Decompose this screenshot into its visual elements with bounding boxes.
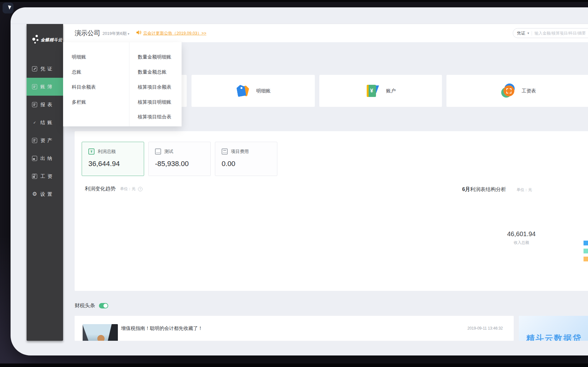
trend-chart-unit: 单位：元: [120, 186, 135, 192]
structure-chart-unit: 单位：元: [517, 187, 532, 193]
sidebar-item-ledger[interactable]: 账簿: [27, 78, 63, 96]
wallet-yuan-icon: ¥: [366, 84, 380, 98]
structure-chart-title: 6月利润表结构分析: [462, 186, 506, 193]
stat-card-project-expense[interactable]: 项目费用 0.00: [215, 142, 277, 176]
sidebar-item-salary[interactable]: 工资: [27, 167, 63, 185]
sidebar-item-report[interactable]: 报表: [27, 96, 63, 114]
legend-swatch-blue: [584, 241, 588, 245]
stat-value: 36,644.94: [88, 160, 120, 168]
donut-center-label: 收入总额: [489, 240, 553, 245]
app-window: 演示公司 2019年第6期 ▾ 云会计更新公告（2019.09.03）>> 凭证…: [11, 7, 588, 355]
company-name[interactable]: 演示公司: [75, 29, 100, 37]
screen: 演示公司 2019年第6期 ▾ 云会计更新公告（2019.09.03）>> 凭证…: [0, 0, 588, 367]
search-input[interactable]: [535, 31, 588, 36]
promo-banner[interactable]: 精斗云数据贷: [519, 316, 588, 341]
menu-item-qty-amount-detail[interactable]: 数量金额明细账: [138, 52, 171, 61]
sidebar-item-closing[interactable]: ✓ 结账: [27, 114, 63, 132]
search-category[interactable]: 凭证: [517, 30, 525, 36]
global-search[interactable]: 凭证 ▼: [513, 28, 588, 38]
analytics-panel: ¥ 利润总额 36,644.94 测试 -85,938.00 项目费用 0.00: [75, 131, 588, 291]
menu-item-detail-ledger[interactable]: 明细账: [72, 52, 86, 61]
chevron-down-icon: ▾: [128, 32, 129, 36]
stat-card-total-profit[interactable]: ¥ 利润总额 36,644.94: [82, 142, 144, 176]
top-black-strip: [0, 0, 588, 2]
logo-text: 金蝶精斗云: [41, 37, 62, 43]
menu-item-project-balance[interactable]: 核算项目余额表: [138, 83, 171, 92]
stat-card-test[interactable]: 测试 -85,938.00: [148, 142, 211, 176]
sidebar-item-voucher[interactable]: 凭证: [27, 60, 63, 78]
menu-item-qty-amount-general[interactable]: 数量金额总账: [138, 68, 167, 76]
news-panel[interactable]: 增值税指南！聪明的会计都先收藏了！ 2019-09-11 13:46:32: [75, 316, 514, 341]
salary-icon: [32, 174, 37, 179]
document-icon: [222, 148, 228, 155]
legend-swatch-orange: [584, 257, 588, 261]
ledger-dropdown-menu: 明细账 总账 科目余额表 多栏账 数量金额明细账 数量金额总账 核算项目余额表 …: [63, 42, 182, 126]
period-selector[interactable]: 2019年第6期 ▾: [102, 31, 129, 36]
news-item-time: 2019-09-11 13:46:32: [467, 326, 503, 331]
news-section-title: 财税头条: [75, 302, 95, 309]
news-thumbnail-image: [83, 324, 118, 341]
quick-card-salary-sheet[interactable]: 工资表: [446, 75, 588, 107]
announcement-link[interactable]: 云会计更新公告（2019.09.03）>>: [143, 30, 206, 36]
toggle-knob: [103, 304, 108, 308]
asset-icon: [32, 138, 37, 143]
profit-yuan-icon: ¥: [88, 148, 94, 155]
divider: [532, 31, 532, 36]
sidebar-item-asset[interactable]: 资产: [27, 132, 63, 149]
help-icon[interactable]: ?: [138, 187, 143, 191]
header-bar: 演示公司 2019年第6期 ▾ 云会计更新公告（2019.09.03）>> 凭证…: [63, 24, 588, 42]
report-icon: [32, 102, 37, 107]
voucher-icon: [32, 66, 37, 71]
quick-card-accounts[interactable]: ¥ 账户: [319, 75, 442, 107]
cashier-icon: [32, 156, 37, 161]
sidebar: 金蝶精斗云 凭证 账簿 报表 ✓ 结账 资产: [27, 24, 63, 341]
news-toggle[interactable]: [99, 303, 108, 308]
monitor-icon: [155, 148, 161, 155]
sidebar-item-settings[interactable]: ⚙ 设置: [27, 185, 63, 203]
menu-item-account-balance[interactable]: 科目余额表: [72, 83, 96, 92]
trend-chart-title: 利润变化趋势: [85, 186, 116, 192]
menu-item-general-ledger[interactable]: 总账: [72, 68, 81, 76]
period-label: 2019年第6期: [102, 31, 127, 36]
menu-item-project-detail[interactable]: 核算项目明细账: [138, 98, 171, 107]
trend-chart-header: 利润变化趋势 单位：元 ?: [85, 186, 143, 192]
stat-value: 0.00: [222, 160, 235, 168]
quick-card-detail-ledger[interactable]: 明细账: [192, 75, 315, 107]
closing-check-icon: ✓: [32, 120, 37, 125]
gear-icon: ⚙: [32, 192, 37, 197]
bottom-black-strip: [0, 363, 588, 367]
tags-icon: [236, 84, 250, 98]
promo-label: 精斗云数据贷: [526, 333, 582, 341]
focus-circles-icon: [501, 84, 516, 98]
stat-value: -85,938.00: [155, 160, 189, 168]
chevron-down-icon: ▼: [527, 32, 530, 35]
window-top-strip: [11, 7, 588, 24]
logo-dots-icon: [32, 35, 40, 46]
news-item-title[interactable]: 增值税指南！聪明的会计都先收藏了！: [121, 325, 203, 331]
menu-item-project-combined[interactable]: 核算项目组合表: [138, 112, 171, 121]
app-logo: 金蝶精斗云: [27, 34, 63, 48]
menu-item-multi-column[interactable]: 多栏账: [72, 98, 86, 107]
sidebar-item-cashier[interactable]: 出纳: [27, 149, 63, 167]
donut-center-value: 46,601.94: [489, 230, 553, 238]
ledger-icon: [32, 84, 37, 89]
legend-swatch-teal: [584, 249, 588, 253]
speaker-icon: [136, 30, 142, 36]
divider: [129, 42, 129, 126]
